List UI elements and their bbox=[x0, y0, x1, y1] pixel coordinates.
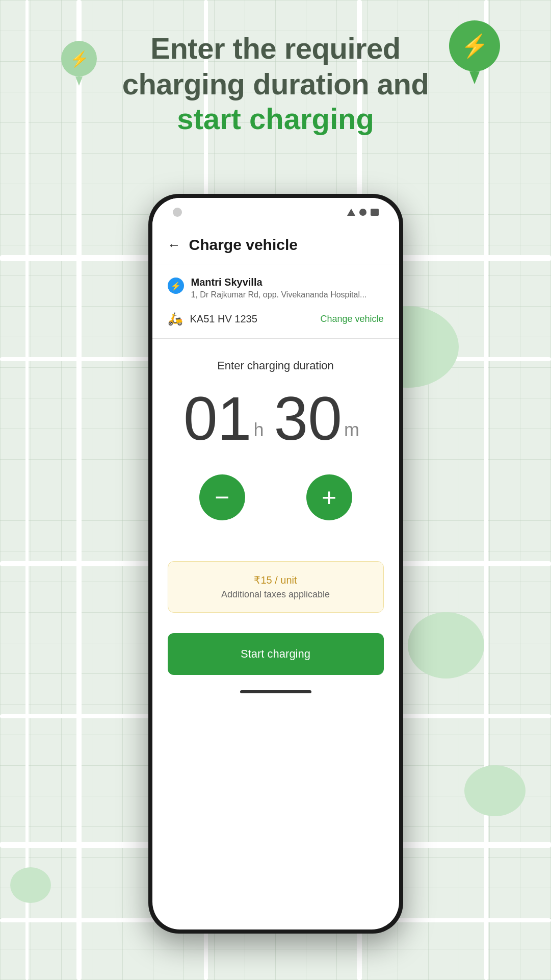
duration-label: Enter charging duration bbox=[168, 359, 384, 372]
map-road bbox=[484, 0, 488, 980]
vehicle-number: KA51 HV 1235 bbox=[190, 313, 257, 325]
heading-line3-green: start charging bbox=[25, 102, 526, 136]
pricing-box: ₹15 / unit Additional taxes applicable bbox=[168, 561, 384, 613]
location-icon: ⚡ bbox=[168, 278, 184, 294]
wifi-icon bbox=[359, 209, 366, 216]
heading-line2: charging duration and bbox=[25, 66, 526, 102]
bolt-icon: ⚡ bbox=[171, 281, 181, 291]
status-bar bbox=[152, 198, 399, 226]
pricing-amount: ₹15 / unit bbox=[180, 574, 371, 586]
map-park bbox=[10, 867, 51, 903]
location-info: Mantri Skyvilla 1, Dr Rajkumar Rd, opp. … bbox=[191, 277, 384, 299]
hours-value: 01 bbox=[183, 388, 251, 449]
minutes-value: 30 bbox=[274, 388, 342, 449]
app-header: ← Charge vehicle bbox=[152, 226, 399, 264]
minutes-unit: m bbox=[344, 419, 359, 441]
plus-icon: + bbox=[322, 485, 336, 510]
location-section: ⚡ Mantri Skyvilla 1, Dr Rajkumar Rd, opp… bbox=[152, 264, 399, 339]
map-road bbox=[25, 0, 29, 980]
hours-unit: h bbox=[253, 419, 264, 441]
status-icons bbox=[347, 209, 379, 216]
heading-line1: Enter the required bbox=[25, 31, 526, 66]
location-row: ⚡ Mantri Skyvilla 1, Dr Rajkumar Rd, opp… bbox=[168, 277, 384, 299]
back-button[interactable]: ← bbox=[168, 237, 181, 253]
phone-screen: ← Charge vehicle ⚡ Mantri Skyvilla 1, Dr… bbox=[152, 198, 399, 929]
vehicle-left: 🛵 KA51 HV 1235 bbox=[168, 312, 257, 326]
vehicle-icon: 🛵 bbox=[168, 312, 183, 326]
map-road bbox=[76, 0, 82, 980]
vehicle-row: 🛵 KA51 HV 1235 Change vehicle bbox=[168, 308, 384, 326]
page-title: Charge vehicle bbox=[189, 236, 298, 254]
minus-icon: − bbox=[215, 485, 229, 510]
decrease-button[interactable]: − bbox=[199, 474, 245, 520]
pricing-note: Additional taxes applicable bbox=[180, 589, 371, 600]
map-park bbox=[408, 612, 484, 679]
map-park bbox=[464, 765, 526, 816]
change-vehicle-button[interactable]: Change vehicle bbox=[320, 314, 383, 324]
phone-mockup: ← Charge vehicle ⚡ Mantri Skyvilla 1, Dr… bbox=[148, 194, 403, 934]
duration-controls: − + bbox=[168, 474, 384, 520]
battery-icon bbox=[371, 209, 379, 216]
increase-button[interactable]: + bbox=[306, 474, 352, 520]
start-charging-button[interactable]: Start charging bbox=[168, 633, 384, 675]
camera-dot bbox=[173, 208, 182, 217]
location-address: 1, Dr Rajkumar Rd, opp. Vivekananda Hosp… bbox=[191, 290, 384, 299]
start-charging-label: Start charging bbox=[241, 647, 310, 660]
home-indicator bbox=[240, 690, 311, 693]
duration-display: 01 h 30 m bbox=[168, 388, 384, 449]
duration-section: Enter charging duration 01 h 30 m − + bbox=[152, 339, 399, 561]
signal-icon bbox=[347, 209, 355, 216]
heading-area: Enter the required charging duration and… bbox=[25, 31, 526, 136]
location-name: Mantri Skyvilla bbox=[191, 277, 384, 288]
